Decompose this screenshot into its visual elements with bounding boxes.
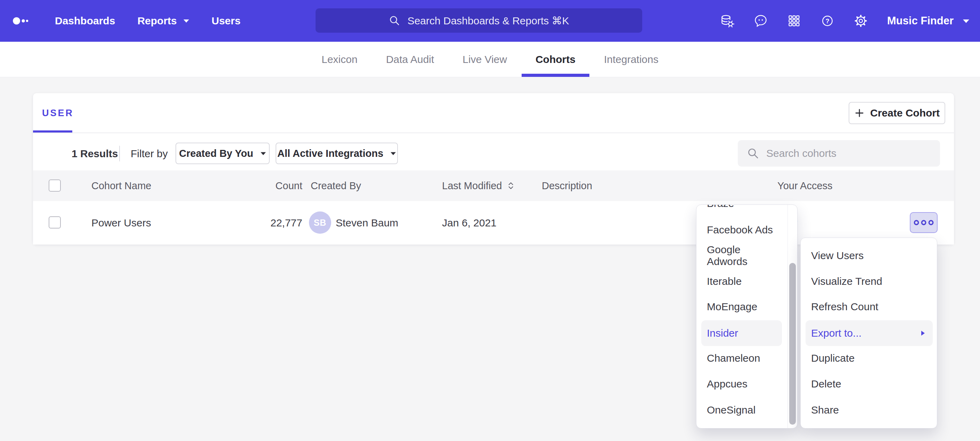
menu-item-refresh-count[interactable]: Refresh Count (805, 294, 933, 320)
top-navigation-bar: Dashboards Reports Users Search Dashboar… (0, 0, 980, 42)
sort-icon[interactable] (507, 181, 515, 190)
tab-cohorts-label: Cohorts (536, 54, 576, 66)
avatar: SB (309, 211, 331, 234)
cohort-name-link[interactable]: Power Users (91, 201, 151, 244)
nav-dashboards[interactable]: Dashboards (55, 15, 115, 27)
project-switcher[interactable]: Music Finder (887, 14, 970, 27)
submenu-arrow-icon (921, 331, 925, 336)
chevron-down-icon (260, 152, 266, 155)
plus-icon (854, 108, 865, 118)
created-by-filter-label: Created By You (179, 148, 253, 159)
search-cohorts-input[interactable]: Search cohorts (738, 140, 940, 166)
column-header-created-by: Created By (311, 170, 361, 201)
mixpanel-logo[interactable] (13, 16, 30, 26)
export-option-moengage[interactable]: MoEngage (701, 294, 782, 320)
chevron-down-icon (183, 19, 189, 23)
export-option-insider[interactable]: Insider (701, 320, 782, 346)
table-header-row: Cohort Name Count Created By Last Modifi… (33, 170, 954, 201)
topbar-right-cluster: ? Music Finder (721, 0, 970, 42)
export-option-onesignal[interactable]: OneSignal (701, 397, 782, 423)
search-icon (388, 14, 400, 26)
chevron-down-icon (390, 152, 396, 155)
cohorts-panel: USER Create Cohort 1 Results Filter by C… (33, 93, 954, 244)
global-search-input[interactable]: Search Dashboards & Reports ⌘K (315, 8, 642, 33)
created-by-value: Steven Baum (336, 201, 398, 244)
menu-item-export-to[interactable]: Export to... (805, 320, 933, 346)
filter-by-label: Filter by (130, 148, 168, 160)
row-actions-button[interactable] (910, 212, 938, 233)
select-all-checkbox[interactable] (49, 179, 61, 192)
create-cohort-button[interactable]: Create Cohort (849, 102, 945, 124)
data-management-tabs: Lexicon Data Audit Live View Cohorts Int… (0, 42, 980, 77)
cohort-count-value: 22,777 (208, 201, 302, 244)
export-option-appcues[interactable]: Appcues (701, 371, 782, 397)
export-option-facebook-ads[interactable]: Facebook Ads (701, 217, 782, 243)
column-header-count: Count (208, 170, 302, 201)
feedback-icon[interactable] (754, 14, 768, 28)
cohort-type-tab-user[interactable]: USER (42, 108, 74, 118)
scrollbar-thumb[interactable] (789, 263, 796, 425)
results-count: 1 Results (72, 148, 118, 160)
tab-live-view[interactable]: Live View (463, 42, 507, 77)
ellipsis-icon (913, 219, 934, 227)
menu-item-delete[interactable]: Delete (805, 371, 933, 397)
column-header-cohort-name: Cohort Name (91, 170, 151, 201)
project-name: Music Finder (887, 14, 954, 27)
divider (119, 146, 120, 161)
tab-lexicon-label: Lexicon (321, 54, 357, 66)
menu-item-view-users[interactable]: View Users (805, 243, 933, 268)
data-settings-icon[interactable] (721, 14, 734, 28)
row-actions-menu: View Users Visualize Trend Refresh Count… (800, 238, 937, 428)
tab-cohorts[interactable]: Cohorts (536, 42, 576, 77)
nav-dashboards-label: Dashboards (55, 15, 115, 27)
menu-item-share[interactable]: Share (805, 397, 933, 423)
tab-live-view-label: Live View (463, 54, 507, 66)
tab-data-audit[interactable]: Data Audit (386, 42, 434, 77)
export-option-braze[interactable]: Braze (701, 205, 782, 216)
column-header-description: Description (542, 170, 592, 201)
integrations-filter-label: All Active Integrations (277, 148, 383, 159)
tab-integrations-label: Integrations (604, 54, 659, 66)
column-header-last-modified[interactable]: Last Modified (442, 170, 515, 201)
nav-users-label: Users (212, 15, 240, 27)
export-to-submenu: Braze Facebook Ads Google Adwords Iterab… (696, 205, 797, 428)
menu-item-duplicate[interactable]: Duplicate (805, 345, 933, 371)
chevron-down-icon (963, 19, 970, 23)
nav-users[interactable]: Users (212, 15, 240, 27)
created-by-filter-dropdown[interactable]: Created By You (175, 142, 270, 164)
column-header-your-access: Your Access (777, 170, 833, 201)
tab-data-audit-label: Data Audit (386, 54, 434, 66)
settings-gear-icon[interactable] (854, 14, 868, 28)
export-option-iterable[interactable]: Iterable (701, 268, 782, 294)
menu-item-visualize-trend[interactable]: Visualize Trend (805, 268, 933, 294)
help-icon[interactable]: ? (821, 14, 834, 28)
apps-grid-icon[interactable] (787, 14, 801, 28)
tab-lexicon[interactable]: Lexicon (321, 42, 357, 77)
nav-reports[interactable]: Reports (137, 15, 189, 27)
primary-nav: Dashboards Reports Users (55, 15, 240, 27)
export-option-chameleon[interactable]: Chameleon (701, 345, 782, 371)
divider (33, 133, 954, 133)
search-icon (747, 147, 759, 160)
search-cohorts-placeholder: Search cohorts (766, 147, 837, 159)
create-cohort-label: Create Cohort (870, 107, 940, 119)
tab-integrations[interactable]: Integrations (604, 42, 659, 77)
scrollbar-track (788, 205, 788, 428)
svg-text:?: ? (826, 18, 829, 25)
nav-reports-label: Reports (137, 15, 177, 27)
row-checkbox[interactable] (49, 216, 61, 228)
export-option-google-adwords[interactable]: Google Adwords (701, 243, 782, 268)
integrations-filter-dropdown[interactable]: All Active Integrations (275, 142, 398, 164)
last-modified-value: Jan 6, 2021 (442, 201, 496, 244)
global-search-placeholder: Search Dashboards & Reports ⌘K (407, 14, 569, 27)
